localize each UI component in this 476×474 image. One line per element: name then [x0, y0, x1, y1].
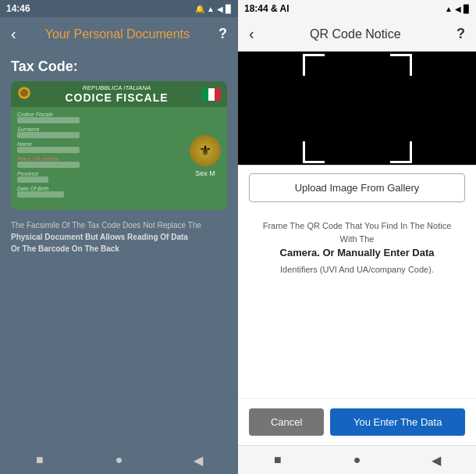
field-dob: Date Of Birth — [17, 186, 185, 198]
instruction-line3: Identifiers (UVI And UA/company Code). — [280, 265, 434, 274]
nav-square-right[interactable]: ■ — [270, 452, 286, 468]
corner-br — [390, 141, 412, 163]
qr-frame — [303, 54, 412, 163]
nav-triangle-right[interactable]: ◀ — [428, 452, 444, 468]
instruction-text: Frame The QR Code That You Find In The N… — [238, 210, 476, 285]
field-codice-fiscale: Codice Fiscale — [17, 112, 185, 123]
disclaimer-line3: Or The Barcode On The Back — [11, 244, 119, 253]
bottom-buttons: Cancel You Enter The Data — [238, 398, 476, 445]
disclaimer-line1: The Facsimile Of The Tax Code Does Not R… — [11, 221, 201, 230]
battery-icon: ▉ — [226, 5, 232, 13]
disclaimer-text: The Facsimile Of The Tax Code Does Not R… — [0, 210, 238, 259]
field-name: Name — [17, 141, 185, 153]
camera-viewfinder — [238, 52, 476, 165]
upload-area: Upload Image From Gallery — [238, 165, 476, 210]
card-fields: Codice Fiscale Surname Name Place / di n… — [17, 112, 185, 201]
nav-circle-left[interactable]: ● — [111, 452, 126, 468]
right-spacer — [238, 285, 476, 398]
italian-flag — [202, 88, 221, 101]
wifi-icon: ◀ — [217, 5, 223, 13]
signal-right-icon: ▲ — [445, 5, 453, 13]
repubblica-label: REPUBBLICA ITALIANA — [83, 84, 151, 91]
card-emblem-small — [17, 86, 31, 103]
page-title-right: QR Code Notice — [254, 27, 456, 41]
nav-square-left[interactable]: ■ — [32, 452, 48, 468]
tax-code-label: Tax Code: — [0, 51, 238, 81]
card-top-bar: REPUBBLICA ITALIANA CODICE FISCALE — [11, 81, 227, 107]
instruction-line2: Camera. Or Manually Enter Data — [254, 245, 460, 261]
republic-emblem: ⚜ — [190, 135, 221, 166]
disclaimer-line2: Physical Document But Allows Reading Of … — [11, 233, 188, 241]
header-left: ‹ Your Personal Documents ? — [0, 17, 238, 51]
status-bar-right: 18:44 & Al ▲ ◀ ▉ — [238, 0, 476, 17]
nav-bar-right: ■ ● ◀ — [238, 445, 476, 474]
left-panel: 14:46 🔔 ▲ ◀ ▉ ‹ Your Personal Documents … — [0, 0, 238, 474]
notification-icon: 🔔 — [195, 5, 204, 13]
sex-label: Sex M — [195, 169, 215, 177]
field-province: Province — [17, 171, 185, 183]
help-button-left[interactable]: ? — [218, 26, 227, 42]
battery-right-icon: ▉ — [464, 5, 470, 13]
left-spacer — [0, 259, 238, 446]
back-button-right[interactable]: ‹ — [249, 25, 254, 43]
back-button-left[interactable]: ‹ — [11, 25, 16, 43]
time-right: 18:44 & Al — [244, 3, 290, 14]
status-icons-left: 🔔 ▲ ◀ ▉ — [195, 5, 232, 13]
card-body: Codice Fiscale Surname Name Place / di n… — [11, 107, 227, 205]
nav-bar-left: ■ ● ◀ — [0, 446, 238, 474]
wifi-right-icon: ◀ — [455, 5, 461, 13]
svg-point-1 — [20, 89, 28, 97]
tax-code-card: REPUBBLICA ITALIANA CODICE FISCALE Codic… — [11, 81, 227, 210]
card-title: CODICE FISCALE — [65, 91, 168, 104]
page-title-left: Your Personal Documents — [16, 27, 218, 41]
corner-tl — [303, 54, 325, 76]
header-right: ‹ QR Code Notice ? — [238, 17, 476, 52]
instruction-line1: Frame The QR Code That You Find In The N… — [263, 221, 452, 244]
corner-tr — [390, 54, 412, 76]
right-panel: 18:44 & Al ▲ ◀ ▉ ‹ QR Code Notice ? Uplo… — [238, 0, 476, 474]
nav-circle-right[interactable]: ● — [349, 452, 364, 468]
card-middle: ⚜ Sex M — [190, 112, 221, 201]
help-button-right[interactable]: ? — [456, 26, 465, 42]
signal-icon: ▲ — [207, 5, 215, 13]
field-surname: Surname — [17, 127, 185, 138]
status-bar-left: 14:46 🔔 ▲ ◀ ▉ — [0, 0, 238, 17]
status-icons-right: ▲ ◀ ▉ — [445, 5, 470, 13]
field-place: Place / di nascita — [17, 156, 185, 168]
cancel-button[interactable]: Cancel — [249, 408, 324, 436]
corner-bl — [303, 141, 325, 163]
enter-data-button[interactable]: You Enter The Data — [330, 408, 465, 436]
nav-triangle-left[interactable]: ◀ — [190, 452, 206, 468]
time-left: 14:46 — [6, 3, 30, 14]
upload-button[interactable]: Upload Image From Gallery — [249, 173, 465, 202]
